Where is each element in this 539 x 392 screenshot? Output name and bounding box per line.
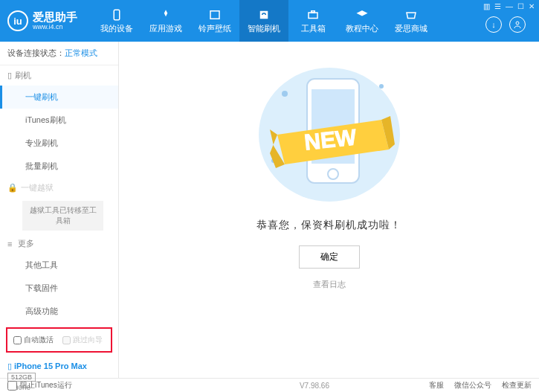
sidebar: 设备连接状态：正常模式 ▯刷机 一键刷机 iTunes刷机 专业刷机 批量刷机 … [0, 42, 119, 378]
section-jailbreak: 🔒一键越狱 [0, 178, 118, 198]
svg-point-8 [379, 84, 384, 89]
nav-my-device[interactable]: 我的设备 [92, 0, 141, 42]
support-link[interactable]: 客服 [429, 380, 444, 391]
logo-icon: iu [7, 10, 28, 31]
skip-setup-checkbox[interactable]: 跳过向导 [62, 335, 103, 345]
update-link[interactable]: 检查更新 [502, 380, 532, 391]
app-header: iu 爱思助手 www.i4.cn 我的设备 应用游戏 铃声壁纸 智能刷机 工具… [0, 0, 539, 42]
device-status: 设备连接状态：正常模式 [0, 42, 118, 65]
menu-icon [7, 240, 15, 248]
sidebar-item-oneclick[interactable]: 一键刷机 [0, 86, 118, 109]
phone-icon: ▯ [7, 362, 12, 370]
section-label: 更多 [18, 238, 34, 249]
minimize-icon[interactable]: — [506, 2, 513, 10]
section-label: 刷机 [15, 70, 31, 81]
phone-icon: ▯ [7, 71, 12, 80]
svg-point-7 [282, 91, 288, 97]
nav-store[interactable]: 爱思商城 [387, 0, 436, 42]
success-message: 恭喜您，保资料刷机成功啦！ [256, 219, 401, 232]
maximize-icon[interactable]: ☐ [517, 2, 524, 10]
nav-label: 教程中心 [346, 23, 378, 34]
nav-label: 爱思商城 [395, 23, 427, 34]
ok-button[interactable]: 确定 [299, 245, 360, 269]
device-icon [110, 8, 123, 22]
version-label: V7.98.66 [300, 382, 329, 390]
options-highlight-box: 自动激活 跳过向导 [6, 327, 112, 353]
success-illustration: NEW [233, 64, 426, 205]
nav-tutorials[interactable]: 教程中心 [338, 0, 387, 42]
nav-label: 铃声壁纸 [199, 23, 231, 34]
device-name: iPhone 15 Pro Max [14, 362, 87, 370]
nav-label: 我的设备 [100, 23, 133, 34]
checkbox-label: 跳过向导 [73, 335, 103, 345]
checkbox-label: 阻止iTunes运行 [20, 380, 72, 391]
nav-apps-games[interactable]: 应用游戏 [141, 0, 190, 42]
sidebar-item-advanced[interactable]: 高级功能 [0, 300, 118, 323]
status-value: 正常模式 [65, 48, 97, 57]
main-content: NEW 恭喜您，保资料刷机成功啦！ 确定 查看日志 [119, 42, 539, 378]
window-controls: ▥ ☰ — ☐ ✕ [483, 2, 535, 10]
svg-rect-4 [312, 10, 315, 12]
sidebar-item-pro[interactable]: 专业刷机 [0, 132, 118, 155]
status-label: 设备连接状态： [7, 48, 65, 57]
graduation-icon [355, 8, 369, 22]
block-itunes-checkbox[interactable]: 阻止iTunes运行 [7, 380, 72, 391]
svg-rect-0 [114, 10, 120, 20]
view-log-link[interactable]: 查看日志 [313, 279, 346, 290]
skin-icon[interactable]: ▥ [483, 2, 490, 10]
sidebar-item-othertools[interactable]: 其他工具 [0, 254, 118, 277]
apps-icon [159, 8, 172, 22]
sidebar-item-batch[interactable]: 批量刷机 [0, 155, 118, 178]
header-right: ↓ [485, 16, 526, 33]
nav-ringtones[interactable]: 铃声壁纸 [190, 0, 239, 42]
jailbreak-transfer-note[interactable]: 越狱工具已转移至工具箱 [22, 201, 103, 231]
image-icon [208, 8, 222, 22]
top-nav: 我的设备 应用游戏 铃声壁纸 智能刷机 工具箱 教程中心 爱思商城 [92, 0, 485, 42]
store-icon [404, 8, 418, 22]
svg-rect-2 [260, 10, 268, 19]
menu-icon[interactable]: ☰ [494, 2, 501, 10]
section-label: 一键越狱 [21, 182, 54, 193]
lock-icon: 🔒 [7, 183, 18, 193]
refresh-icon [257, 8, 271, 22]
section-flash[interactable]: ▯刷机 [0, 65, 118, 86]
auto-activate-checkbox[interactable]: 自动激活 [13, 335, 54, 345]
nav-label: 智能刷机 [248, 23, 280, 34]
close-icon[interactable]: ✕ [529, 2, 535, 10]
nav-label: 工具箱 [301, 23, 326, 34]
nav-label: 应用游戏 [149, 23, 182, 34]
wechat-link[interactable]: 微信公众号 [454, 380, 491, 391]
sidebar-item-firmware[interactable]: 下载固件 [0, 277, 118, 300]
section-more[interactable]: 更多 [0, 234, 118, 254]
svg-point-5 [516, 22, 519, 25]
download-button[interactable]: ↓ [485, 16, 502, 33]
user-button[interactable] [509, 16, 526, 33]
app-name: 爱思助手 [33, 11, 77, 24]
app-url: www.i4.cn [33, 23, 77, 30]
nav-flash[interactable]: 智能刷机 [239, 0, 288, 42]
svg-rect-3 [309, 13, 317, 19]
nav-toolbox[interactable]: 工具箱 [288, 0, 338, 42]
sidebar-item-itunes[interactable]: iTunes刷机 [0, 109, 118, 132]
checkbox-label: 自动激活 [24, 335, 54, 345]
app-logo: iu 爱思助手 www.i4.cn [7, 10, 77, 31]
svg-rect-1 [210, 10, 219, 19]
toolbox-icon [306, 8, 320, 22]
